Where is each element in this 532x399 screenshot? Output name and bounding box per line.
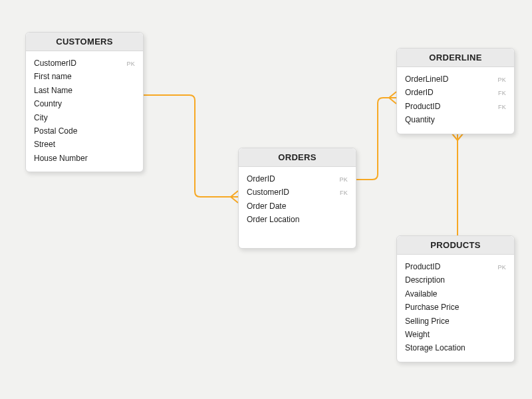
crowfoot-orderline-from-orders	[389, 92, 396, 104]
entity-orderline-body: OrderLineIDPK OrderIDFK ProductIDFK Quan…	[397, 67, 514, 134]
field-name: ProductID	[405, 260, 440, 273]
rel-customers-orders	[144, 95, 238, 197]
field-key: FK	[340, 188, 348, 198]
entity-orderline[interactable]: ORDERLINE OrderLineIDPK OrderIDFK Produc…	[396, 48, 515, 134]
field-key: PK	[497, 263, 506, 273]
field-name: Last Name	[34, 84, 72, 97]
entity-orders-body: OrderIDPK CustomerIDFK Order Date Order …	[239, 167, 356, 233]
field-name: Purchase Price	[405, 301, 459, 314]
entity-customers-title: CUSTOMERS	[26, 33, 143, 51]
crowfoot-orderline-from-products	[452, 133, 464, 140]
field-name: Description	[405, 273, 445, 287]
field-row: House Number	[34, 152, 135, 165]
field-name: Selling Price	[405, 315, 450, 328]
field-name: Postal Code	[34, 124, 77, 138]
field-name: House Number	[34, 152, 88, 165]
field-row: First name	[34, 70, 135, 83]
field-row: Selling Price	[405, 315, 506, 328]
field-name: OrderID	[247, 172, 275, 186]
crowfoot-orders	[231, 191, 238, 203]
field-row: OrderIDPK	[247, 172, 348, 186]
field-row: CustomerIDPK	[34, 57, 135, 70]
field-name: First name	[34, 70, 72, 83]
entity-orderline-title: ORDERLINE	[397, 49, 514, 67]
field-key: FK	[498, 102, 506, 112]
field-row: Country	[34, 97, 135, 110]
field-name: CustomerID	[34, 57, 76, 70]
field-row: Postal Code	[34, 124, 135, 138]
field-row: OrderLineIDPK	[405, 72, 506, 86]
field-key: PK	[339, 175, 348, 185]
entity-orders-title: ORDERS	[239, 148, 356, 167]
field-key: FK	[498, 88, 506, 98]
field-name: Weight	[405, 328, 430, 341]
field-row: Order Date	[247, 200, 348, 213]
field-row: Last Name	[34, 84, 135, 97]
field-row: Order Location	[247, 213, 348, 226]
field-name: OrderID	[405, 86, 434, 99]
field-row: CustomerIDFK	[247, 186, 348, 199]
field-name: Available	[405, 287, 437, 301]
field-row: Street	[34, 138, 135, 151]
field-row: Weight	[405, 328, 506, 341]
field-name: Street	[34, 138, 55, 151]
field-row: ProductIDPK	[405, 260, 506, 273]
field-row: Available	[405, 287, 506, 301]
field-row: Quantity	[405, 113, 506, 126]
field-key: PK	[497, 75, 506, 85]
field-name: CustomerID	[247, 186, 289, 199]
rel-orders-orderline	[356, 98, 396, 180]
field-row: Description	[405, 273, 506, 287]
entity-customers-body: CustomerIDPK First name Last Name Countr…	[26, 51, 143, 172]
field-name: Order Location	[247, 213, 299, 226]
field-row: Purchase Price	[405, 301, 506, 314]
field-key: PK	[126, 59, 135, 69]
field-name: Country	[34, 97, 62, 110]
field-name: Quantity	[405, 113, 435, 126]
field-name: ProductID	[405, 100, 440, 113]
field-name: OrderLineID	[405, 72, 448, 86]
field-name: City	[34, 111, 48, 124]
entity-products-title: PRODUCTS	[397, 236, 514, 255]
entity-products[interactable]: PRODUCTS ProductIDPK Description Availab…	[396, 235, 515, 362]
field-row: OrderIDFK	[405, 86, 506, 99]
field-name: Order Date	[247, 200, 286, 213]
field-row: Storage Location	[405, 341, 506, 354]
field-name: Storage Location	[405, 341, 466, 354]
entity-products-body: ProductIDPK Description Available Purcha…	[397, 255, 514, 362]
entity-orders[interactable]: ORDERS OrderIDPK CustomerIDFK Order Date…	[238, 148, 356, 249]
entity-customers[interactable]: CUSTOMERS CustomerIDPK First name Last N…	[25, 32, 144, 172]
field-row: ProductIDFK	[405, 100, 506, 113]
field-row: City	[34, 111, 135, 124]
